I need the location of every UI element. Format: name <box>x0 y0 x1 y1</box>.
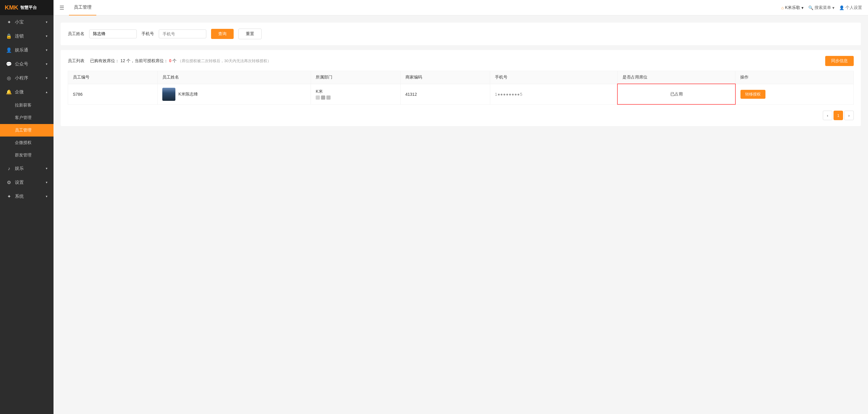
search-menu-button[interactable]: 🔍 搜索菜单 ▾ <box>808 5 834 10</box>
sidebar-item-laxin-label: 拉新获客 <box>15 102 32 108</box>
sidebar-item-gongzhonghao-label: 公众号 <box>15 61 28 67</box>
available-seats-value: 0 <box>169 58 172 63</box>
yuletong-icon: 👤 <box>6 47 12 53</box>
sidebar-item-xiaobo-label: 小宝 <box>15 19 24 25</box>
sidebar-item-xiaobo[interactable]: ✦ 小宝 ▾ <box>0 15 54 29</box>
col-phone: 手机号 <box>490 71 617 84</box>
employee-name-cell: K米陈志锋 <box>158 84 311 105</box>
col-merchant-code: 商家编码 <box>400 71 490 84</box>
employee-name: K米陈志锋 <box>178 92 198 97</box>
main-area: ☰ 员工管理 ⌂ K米乐歌 ▾ 🔍 搜索菜单 ▾ 👤 个人设置 员工姓名 <box>54 0 868 414</box>
table-info: 员工列表 已购有效席位： 12 个，当前可授权席位： 0 个 （席位授权被二次转… <box>68 58 271 64</box>
sidebar-item-shezhi[interactable]: ⚙ 设置 ▾ <box>0 175 54 189</box>
user-settings-button[interactable]: 👤 个人设置 <box>839 5 862 10</box>
sidebar-item-yuangong-label: 员工管理 <box>15 127 32 133</box>
table-section: 员工列表 已购有效席位： 12 个，当前可授权席位： 0 个 （席位授权被二次转… <box>61 50 861 126</box>
user-icon: 👤 <box>839 5 844 10</box>
sidebar-item-qunfaguanli[interactable]: 群发管理 <box>0 149 54 161</box>
employee-dept: K米 <box>311 84 400 105</box>
chevron-down-icon: ▾ <box>46 76 48 80</box>
sidebar-item-yule[interactable]: ♪ 娱乐 ▾ <box>0 161 54 175</box>
available-seats-unit: 个 <box>173 58 177 63</box>
sidebar-item-yuletong[interactable]: 👤 娱乐通 ▾ <box>0 43 54 57</box>
employee-code: S786 <box>68 84 158 105</box>
sidebar-item-gongzhonghao[interactable]: 💬 公众号 ▾ <box>0 57 54 71</box>
sidebar-item-laxin[interactable]: 拉新获客 <box>0 99 54 112</box>
transfer-button[interactable]: 转移授权 <box>741 90 766 99</box>
sidebar-item-xitong[interactable]: ✦ 系统 ▾ <box>0 189 54 203</box>
current-page-button[interactable]: 1 <box>834 111 843 120</box>
sidebar-item-qiwei-label: 企微 <box>15 89 24 95</box>
menu-toggle-button[interactable]: ☰ <box>59 4 64 11</box>
table-header-row-cols: 员工编号 员工姓名 所属部门 商家编码 手机号 是否占用席位 操作 <box>68 71 854 84</box>
search-label: 搜索菜单 <box>814 5 831 10</box>
header-right: ⌂ K米乐歌 ▾ 🔍 搜索菜单 ▾ 👤 个人设置 <box>781 5 862 10</box>
xiaobo-icon: ✦ <box>6 19 12 25</box>
sidebar: KMK 智慧平台 ✦ 小宝 ▾ 🔒 连锁 ▾ 👤 娱乐通 ▾ 💬 公众号 ▾ <box>0 0 54 414</box>
home-icon: ⌂ <box>781 5 783 10</box>
sidebar-item-yuletong-label: 娱乐通 <box>15 47 28 53</box>
logo-name: 智慧平台 <box>20 5 37 10</box>
sidebar-item-xiaochengxu[interactable]: ◎ 小程序 ▾ <box>0 71 54 85</box>
sidebar-item-qunfaguanli-label: 群发管理 <box>15 153 32 158</box>
employee-table: 员工编号 员工姓名 所属部门 商家编码 手机号 是否占用席位 操作 S786 <box>68 71 854 105</box>
sidebar-item-xiaochengxu-label: 小程序 <box>15 75 28 81</box>
chevron-down-icon: ▾ <box>46 195 48 198</box>
table-header-row: 员工列表 已购有效席位： 12 个，当前可授权席位： 0 个 （席位授权被二次转… <box>68 56 854 66</box>
avatar-image <box>162 88 175 101</box>
avatar <box>162 88 175 101</box>
store-selector[interactable]: ⌂ K米乐歌 ▾ <box>781 5 804 10</box>
merchant-code: 41312 <box>400 84 490 105</box>
pagination: ‹ 1 › <box>68 111 854 120</box>
yule-icon: ♪ <box>6 166 12 171</box>
seat-occupied-value: 已占用 <box>670 92 683 96</box>
header-tab-employee-management[interactable]: 员工管理 <box>69 0 96 16</box>
prev-page-button[interactable]: ‹ <box>823 111 832 120</box>
table-body: S786 K米陈志锋 K米 <box>68 84 854 105</box>
xiaochengxu-icon: ◎ <box>6 75 12 81</box>
phone-cell: 1●●●●●●●●5 <box>490 84 617 105</box>
content: 员工姓名 手机号 查询 重置 员工列表 已购有效席位： 12 个，当前可授权席位… <box>54 16 868 414</box>
shezhi-icon: ⚙ <box>6 180 12 185</box>
search-chevron-icon: ▾ <box>832 5 834 10</box>
sidebar-item-kehu-label: 客户管理 <box>15 115 32 120</box>
query-button[interactable]: 查询 <box>211 29 234 39</box>
purchased-seats-label: 已购有效席位： <box>90 58 119 63</box>
chevron-up-icon: ▴ <box>46 90 48 94</box>
chevron-down-icon: ▾ <box>46 48 48 52</box>
gongzhonghao-icon: 💬 <box>6 61 12 67</box>
sync-button[interactable]: 同步信息 <box>825 56 854 66</box>
reset-button[interactable]: 重置 <box>239 29 261 39</box>
chevron-down-icon: ▾ <box>46 20 48 24</box>
xitong-icon: ✦ <box>6 194 12 199</box>
sidebar-item-liansuo[interactable]: 🔒 连锁 ▾ <box>0 29 54 43</box>
sidebar-item-qiwei[interactable]: 🔔 企微 ▴ <box>0 85 54 99</box>
phone-filter-input[interactable] <box>159 29 206 38</box>
table-head: 员工编号 员工姓名 所属部门 商家编码 手机号 是否占用席位 操作 <box>68 71 854 84</box>
next-page-button[interactable]: › <box>844 111 854 120</box>
sidebar-item-qiweishouquan[interactable]: 企微授权 <box>0 137 54 149</box>
chevron-down-icon: ▾ <box>46 180 48 184</box>
seat-occupied-cell: 已占用 <box>617 84 735 105</box>
dept-tag-2 <box>321 95 325 100</box>
sidebar-item-yule-label: 娱乐 <box>15 166 24 171</box>
col-seat-occupied: 是否占用席位 <box>617 71 735 84</box>
col-action: 操作 <box>736 71 854 84</box>
qiwei-icon: 🔔 <box>6 89 12 95</box>
dept-tags <box>316 95 395 100</box>
name-filter-label: 员工姓名 <box>68 31 85 37</box>
liansuo-icon: 🔒 <box>6 33 12 39</box>
sidebar-item-yuangong[interactable]: 员工管理 <box>0 124 54 137</box>
col-code: 员工编号 <box>68 71 158 84</box>
name-filter-input[interactable] <box>89 29 137 38</box>
sidebar-item-kehu[interactable]: 客户管理 <box>0 112 54 124</box>
header-tab-label: 员工管理 <box>74 4 92 10</box>
employee-name-container: K米陈志锋 <box>162 88 306 101</box>
col-name: 员工姓名 <box>158 71 311 84</box>
user-label: 个人设置 <box>845 5 862 10</box>
search-icon: 🔍 <box>808 5 813 10</box>
list-label: 员工列表 <box>68 58 85 63</box>
dept-cell: K米 <box>316 89 395 100</box>
sidebar-item-liansuo-label: 连锁 <box>15 33 24 39</box>
sidebar-item-xitong-label: 系统 <box>15 194 24 199</box>
